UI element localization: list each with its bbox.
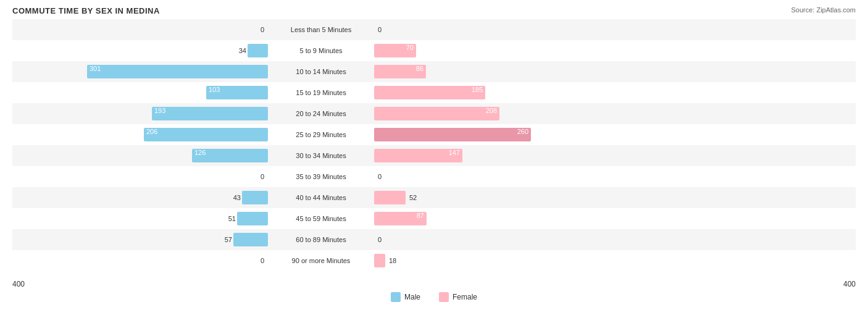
value-male: 57 [225,236,232,243]
bar-female [374,254,385,267]
bar-male: 301 [87,65,268,78]
right-section: 0 [370,19,630,40]
legend-male: Male [391,292,420,302]
chart-container: COMMUTE TIME BY SEX IN MEDINA Source: Zi… [0,0,868,323]
value-male: 34 [239,47,246,54]
left-section: 103 [12,82,272,103]
legend-female: Female [439,292,477,302]
bar-female [374,191,406,204]
bar-female: 185 [374,86,485,99]
bar-female: 70 [374,44,416,57]
bar-male: 103 [206,86,268,99]
chart-row: 30110 to 14 Minutes86 [12,61,856,82]
chart-row: 4340 to 44 Minutes52 [12,187,856,208]
row-label: 45 to 59 Minutes [272,215,370,222]
row-label: 10 to 14 Minutes [272,68,370,75]
legend-female-box [439,292,449,302]
axis-bottom: 400 400 [12,280,856,288]
chart-row: 10315 to 19 Minutes185 [12,82,856,103]
value-male: 43 [233,194,241,201]
chart-area: 0Less than 5 Minutes0345 to 9 Minutes703… [12,19,856,279]
source-text: Source: ZipAtlas.com [791,6,856,14]
chart-row: 5145 to 59 Minutes87 [12,208,856,229]
left-section: 0 [12,166,272,187]
value-female: 18 [389,257,396,264]
left-section: 34 [12,40,272,61]
row-label: 15 to 19 Minutes [272,89,370,96]
bar-male: 206 [144,128,268,141]
value-male-zero: 0 [261,257,264,264]
chart-row: 090 or more Minutes18 [12,250,856,271]
row-label: Less than 5 Minutes [272,26,370,33]
right-section: 70 [370,40,630,61]
value-female-zero: 0 [378,26,382,33]
bar-male [242,191,268,204]
bar-male [233,233,268,246]
left-section: 51 [12,208,272,229]
chart-row: 5760 to 89 Minutes0 [12,229,856,250]
left-section: 206 [12,124,272,145]
row-label: 35 to 39 Minutes [272,173,370,180]
right-section: 87 [370,208,630,229]
bar-female: 208 [374,107,499,120]
left-section: 0 [12,19,272,40]
left-section: 0 [12,250,272,271]
value-female-zero: 0 [378,173,382,180]
value-male: 51 [228,215,236,222]
left-section: 126 [12,145,272,166]
right-section: 0 [370,166,630,187]
left-section: 57 [12,229,272,250]
row-label: 5 to 9 Minutes [272,47,370,54]
right-section: 147 [370,145,630,166]
chart-row: 12630 to 34 Minutes147 [12,145,856,166]
right-section: 260 [370,124,630,145]
row-label: 90 or more Minutes [272,257,370,264]
right-section: 86 [370,61,630,82]
row-label: 60 to 89 Minutes [272,236,370,243]
chart-row: 19320 to 24 Minutes208 [12,103,856,124]
right-section: 18 [370,250,630,271]
row-label: 40 to 44 Minutes [272,194,370,201]
bar-female: 86 [374,65,426,78]
legend: Male Female [12,292,856,302]
bar-male [237,212,268,225]
value-female: 52 [409,194,417,201]
value-male-zero: 0 [261,173,264,180]
right-section: 208 [370,103,630,124]
legend-male-label: Male [404,293,420,301]
legend-female-label: Female [453,293,477,301]
bar-male: 126 [192,149,268,162]
chart-row: 20625 to 29 Minutes260 [12,124,856,145]
value-female-zero: 0 [378,236,382,243]
bar-female: 147 [374,149,462,162]
chart-title: COMMUTE TIME BY SEX IN MEDINA [12,6,856,15]
bar-male: 193 [152,107,268,120]
chart-row: 345 to 9 Minutes70 [12,40,856,61]
right-section: 0 [370,229,630,250]
left-section: 301 [12,61,272,82]
axis-right-label: 400 [843,280,856,288]
left-section: 193 [12,103,272,124]
chart-row: 0Less than 5 Minutes0 [12,19,856,40]
right-section: 52 [370,187,630,208]
row-label: 20 to 24 Minutes [272,110,370,117]
row-label: 30 to 34 Minutes [272,152,370,159]
bar-female: 260 [374,128,531,141]
right-section: 185 [370,82,630,103]
bar-female: 87 [374,212,427,225]
row-label: 25 to 29 Minutes [272,131,370,138]
axis-left-label: 400 [12,280,25,288]
left-section: 43 [12,187,272,208]
chart-row: 035 to 39 Minutes0 [12,166,856,187]
legend-male-box [391,292,401,302]
value-male-zero: 0 [261,26,264,33]
bar-male [248,44,268,57]
